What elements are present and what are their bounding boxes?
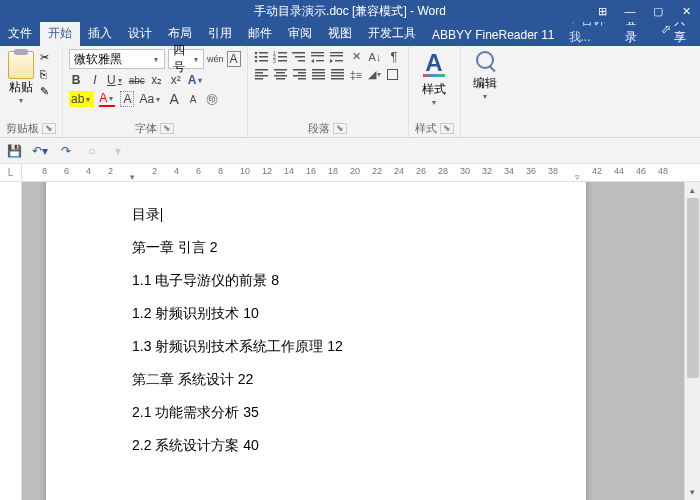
underline-button[interactable]: U▾ bbox=[107, 72, 124, 88]
styles-button[interactable]: A 样式 ▾ bbox=[415, 49, 454, 109]
undo-icon[interactable]: ↶▾ bbox=[32, 143, 48, 159]
dialog-launcher-icon[interactable]: ⬊ bbox=[333, 123, 347, 134]
scroll-up-icon[interactable]: ▴ bbox=[685, 182, 700, 198]
enclosed-char-icon[interactable]: ㊞ bbox=[205, 91, 219, 107]
edit-button[interactable]: 编辑 ▾ bbox=[467, 49, 503, 103]
scroll-down-icon[interactable]: ▾ bbox=[685, 484, 700, 500]
vertical-ruler[interactable] bbox=[0, 182, 22, 500]
doc-title[interactable]: 目录 bbox=[132, 206, 500, 224]
tab-review[interactable]: 审阅 bbox=[280, 21, 320, 46]
text-effects-icon[interactable]: A▾ bbox=[188, 72, 205, 88]
numbering-icon[interactable]: 123 bbox=[273, 49, 288, 64]
page[interactable]: 目录 第一章 引言 2 1.1 电子导游仪的前景 8 1.2 射频识别技术 10… bbox=[46, 182, 586, 500]
quick-access-toolbar: 💾 ↶▾ ↷ ○ ▾ bbox=[0, 138, 700, 164]
paste-button[interactable]: 粘贴 ▾ bbox=[6, 49, 36, 107]
dialog-launcher-icon[interactable]: ⬊ bbox=[160, 123, 174, 134]
format-painter-icon[interactable]: ✎ bbox=[40, 85, 56, 99]
font-color-button[interactable]: A▾ bbox=[99, 91, 115, 107]
group-font: 微软雅黑▾ 四号▾ wén A B I U▾ abc x₂ x² A▾ ab▾ … bbox=[63, 46, 248, 137]
char-shading-icon[interactable]: A bbox=[120, 91, 134, 107]
svg-point-2 bbox=[255, 55, 258, 58]
shrink-font-icon[interactable]: A bbox=[186, 91, 200, 107]
borders-icon[interactable] bbox=[387, 69, 398, 80]
asian-layout-icon[interactable]: ✕ bbox=[349, 49, 364, 64]
strike-button[interactable]: abc bbox=[129, 72, 145, 88]
toc-line[interactable]: 第二章 系统设计 22 bbox=[132, 371, 500, 389]
phonetic-guide-icon[interactable]: wén bbox=[207, 51, 224, 67]
case-button[interactable]: Aa▾ bbox=[139, 91, 162, 107]
chevron-down-icon[interactable]: ▾ bbox=[17, 96, 25, 105]
save-icon[interactable]: 💾 bbox=[6, 143, 22, 159]
show-marks-icon[interactable]: ¶ bbox=[387, 49, 402, 64]
toc-line[interactable]: 第一章 引言 2 bbox=[132, 239, 500, 257]
toc-line[interactable]: 2.1 功能需求分析 35 bbox=[132, 404, 500, 422]
tab-references[interactable]: 引用 bbox=[200, 21, 240, 46]
repeat-icon[interactable]: ○ bbox=[84, 143, 100, 159]
maximize-icon[interactable]: ▢ bbox=[644, 0, 672, 22]
align-center-icon[interactable] bbox=[273, 67, 288, 82]
ruler-tick: 10 bbox=[240, 166, 250, 176]
bold-button[interactable]: B bbox=[69, 72, 83, 88]
svg-rect-38 bbox=[331, 72, 344, 74]
font-size-combo[interactable]: 四号▾ bbox=[168, 49, 204, 69]
svg-rect-27 bbox=[274, 75, 287, 77]
highlight-button[interactable]: ab▾ bbox=[69, 91, 94, 107]
scrollbar-thumb[interactable] bbox=[687, 198, 699, 378]
sort-icon[interactable]: A↓ bbox=[368, 49, 383, 64]
left-indent-marker[interactable]: ▾ bbox=[130, 172, 135, 182]
multilevel-icon[interactable] bbox=[292, 49, 307, 64]
shading-icon[interactable]: ◢▾ bbox=[368, 67, 383, 82]
tab-abbyy[interactable]: ABBYY FineReader 11 bbox=[424, 24, 563, 46]
bullets-icon[interactable] bbox=[254, 49, 269, 64]
text-cursor bbox=[161, 208, 162, 222]
svg-rect-28 bbox=[276, 78, 285, 80]
ribbon-options-icon[interactable]: ⊞ bbox=[588, 0, 616, 22]
superscript-button[interactable]: x² bbox=[169, 72, 183, 88]
tab-design[interactable]: 设计 bbox=[120, 21, 160, 46]
decrease-indent-icon[interactable] bbox=[311, 49, 326, 64]
align-justify-icon[interactable] bbox=[311, 67, 326, 82]
italic-button[interactable]: I bbox=[88, 72, 102, 88]
ruler-tick: 12 bbox=[262, 166, 272, 176]
qat-more-icon[interactable]: ▾ bbox=[110, 143, 126, 159]
page-viewport: 目录 第一章 引言 2 1.1 电子导游仪的前景 8 1.2 射频识别技术 10… bbox=[22, 182, 700, 500]
dialog-launcher-icon[interactable]: ⬊ bbox=[440, 123, 454, 134]
redo-icon[interactable]: ↷ bbox=[58, 143, 74, 159]
align-right-icon[interactable] bbox=[292, 67, 307, 82]
svg-rect-37 bbox=[331, 69, 344, 71]
window-title: 手动目录演示.doc [兼容模式] - Word bbox=[254, 3, 446, 20]
toc-line[interactable]: 2.2 系统设计方案 40 bbox=[132, 437, 500, 455]
dialog-launcher-icon[interactable]: ⬊ bbox=[42, 123, 56, 134]
grow-font-icon[interactable]: A bbox=[167, 91, 181, 107]
line-spacing-icon[interactable]: ‡≡ bbox=[349, 67, 364, 82]
distributed-icon[interactable] bbox=[330, 67, 345, 82]
toc-line[interactable]: 1.1 电子导游仪的前景 8 bbox=[132, 272, 500, 290]
svg-rect-16 bbox=[311, 55, 324, 56]
cut-icon[interactable]: ✂ bbox=[40, 51, 56, 65]
tab-mailings[interactable]: 邮件 bbox=[240, 21, 280, 46]
font-name-combo[interactable]: 微软雅黑▾ bbox=[69, 49, 165, 69]
tab-developer[interactable]: 开发工具 bbox=[360, 21, 424, 46]
toc-line[interactable]: 1.3 射频识别技术系统工作原理 12 bbox=[132, 338, 500, 356]
increase-indent-icon[interactable] bbox=[330, 49, 345, 64]
tab-home[interactable]: 开始 bbox=[40, 21, 80, 46]
svg-rect-11 bbox=[278, 60, 287, 62]
tab-insert[interactable]: 插入 bbox=[80, 21, 120, 46]
toc-line[interactable]: 1.2 射频识别技术 10 bbox=[132, 305, 500, 323]
right-indent-marker[interactable]: ▿ bbox=[575, 172, 580, 182]
svg-rect-12 bbox=[292, 52, 305, 54]
minimize-icon[interactable]: — bbox=[616, 0, 644, 22]
tab-file[interactable]: 文件 bbox=[0, 21, 40, 46]
close-icon[interactable]: ✕ bbox=[672, 0, 700, 22]
svg-rect-17 bbox=[316, 60, 324, 61]
tab-view[interactable]: 视图 bbox=[320, 21, 360, 46]
subscript-button[interactable]: x₂ bbox=[150, 72, 164, 88]
vertical-scrollbar[interactable]: ▴ ▾ bbox=[684, 182, 700, 500]
copy-icon[interactable]: ⎘ bbox=[40, 68, 56, 82]
char-border-icon[interactable]: A bbox=[227, 51, 241, 67]
find-icon bbox=[476, 51, 494, 69]
ruler-corner[interactable]: L bbox=[0, 164, 22, 182]
svg-rect-29 bbox=[293, 69, 306, 71]
horizontal-ruler[interactable]: ▾ ▿ 864224681012141618202224262830323436… bbox=[22, 164, 700, 182]
align-left-icon[interactable] bbox=[254, 67, 269, 82]
